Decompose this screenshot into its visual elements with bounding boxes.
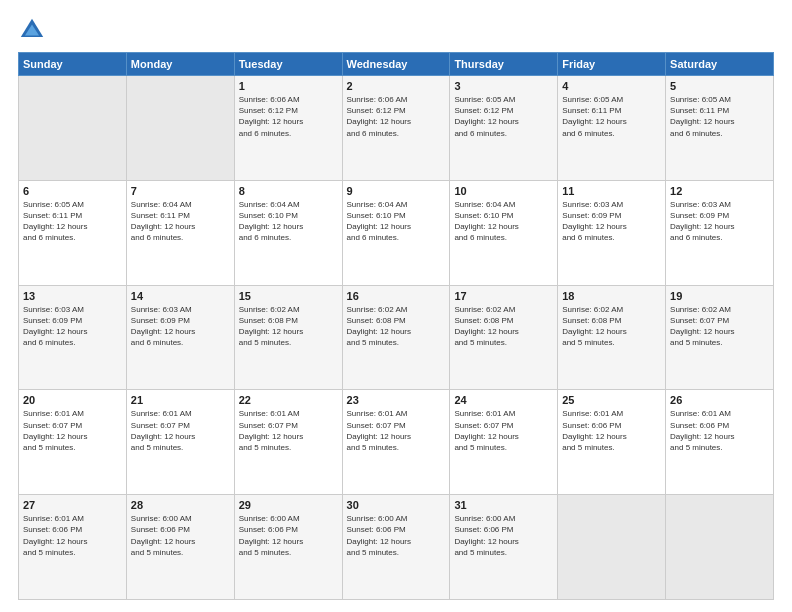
week-row-2: 6Sunrise: 6:05 AM Sunset: 6:11 PM Daylig… — [19, 180, 774, 285]
day-cell: 5Sunrise: 6:05 AM Sunset: 6:11 PM Daylig… — [666, 76, 774, 181]
day-cell: 12Sunrise: 6:03 AM Sunset: 6:09 PM Dayli… — [666, 180, 774, 285]
header — [18, 16, 774, 44]
day-info: Sunrise: 6:01 AM Sunset: 6:07 PM Dayligh… — [23, 408, 122, 453]
day-cell: 8Sunrise: 6:04 AM Sunset: 6:10 PM Daylig… — [234, 180, 342, 285]
day-number: 21 — [131, 394, 230, 406]
week-row-5: 27Sunrise: 6:01 AM Sunset: 6:06 PM Dayli… — [19, 495, 774, 600]
day-number: 9 — [347, 185, 446, 197]
day-info: Sunrise: 6:05 AM Sunset: 6:11 PM Dayligh… — [670, 94, 769, 139]
day-info: Sunrise: 6:00 AM Sunset: 6:06 PM Dayligh… — [131, 513, 230, 558]
day-cell: 18Sunrise: 6:02 AM Sunset: 6:08 PM Dayli… — [558, 285, 666, 390]
day-info: Sunrise: 6:01 AM Sunset: 6:07 PM Dayligh… — [131, 408, 230, 453]
day-number: 6 — [23, 185, 122, 197]
day-cell: 7Sunrise: 6:04 AM Sunset: 6:11 PM Daylig… — [126, 180, 234, 285]
calendar-body: 1Sunrise: 6:06 AM Sunset: 6:12 PM Daylig… — [19, 76, 774, 600]
day-info: Sunrise: 6:00 AM Sunset: 6:06 PM Dayligh… — [347, 513, 446, 558]
day-info: Sunrise: 6:01 AM Sunset: 6:06 PM Dayligh… — [562, 408, 661, 453]
day-info: Sunrise: 6:01 AM Sunset: 6:07 PM Dayligh… — [347, 408, 446, 453]
header-day-tuesday: Tuesday — [234, 53, 342, 76]
day-info: Sunrise: 6:02 AM Sunset: 6:08 PM Dayligh… — [239, 304, 338, 349]
day-info: Sunrise: 6:04 AM Sunset: 6:10 PM Dayligh… — [239, 199, 338, 244]
day-cell: 1Sunrise: 6:06 AM Sunset: 6:12 PM Daylig… — [234, 76, 342, 181]
day-number: 27 — [23, 499, 122, 511]
day-cell: 27Sunrise: 6:01 AM Sunset: 6:06 PM Dayli… — [19, 495, 127, 600]
day-info: Sunrise: 6:06 AM Sunset: 6:12 PM Dayligh… — [239, 94, 338, 139]
day-number: 3 — [454, 80, 553, 92]
header-day-thursday: Thursday — [450, 53, 558, 76]
day-cell: 2Sunrise: 6:06 AM Sunset: 6:12 PM Daylig… — [342, 76, 450, 181]
day-info: Sunrise: 6:03 AM Sunset: 6:09 PM Dayligh… — [23, 304, 122, 349]
day-cell: 19Sunrise: 6:02 AM Sunset: 6:07 PM Dayli… — [666, 285, 774, 390]
day-info: Sunrise: 6:03 AM Sunset: 6:09 PM Dayligh… — [131, 304, 230, 349]
day-number: 12 — [670, 185, 769, 197]
day-cell: 3Sunrise: 6:05 AM Sunset: 6:12 PM Daylig… — [450, 76, 558, 181]
day-number: 8 — [239, 185, 338, 197]
day-number: 19 — [670, 290, 769, 302]
day-cell: 20Sunrise: 6:01 AM Sunset: 6:07 PM Dayli… — [19, 390, 127, 495]
day-number: 5 — [670, 80, 769, 92]
day-number: 1 — [239, 80, 338, 92]
day-cell: 22Sunrise: 6:01 AM Sunset: 6:07 PM Dayli… — [234, 390, 342, 495]
day-info: Sunrise: 6:02 AM Sunset: 6:08 PM Dayligh… — [454, 304, 553, 349]
day-cell: 23Sunrise: 6:01 AM Sunset: 6:07 PM Dayli… — [342, 390, 450, 495]
day-number: 28 — [131, 499, 230, 511]
day-info: Sunrise: 6:02 AM Sunset: 6:07 PM Dayligh… — [670, 304, 769, 349]
day-number: 2 — [347, 80, 446, 92]
day-info: Sunrise: 6:03 AM Sunset: 6:09 PM Dayligh… — [562, 199, 661, 244]
day-info: Sunrise: 6:00 AM Sunset: 6:06 PM Dayligh… — [239, 513, 338, 558]
week-row-3: 13Sunrise: 6:03 AM Sunset: 6:09 PM Dayli… — [19, 285, 774, 390]
day-number: 16 — [347, 290, 446, 302]
day-number: 4 — [562, 80, 661, 92]
day-cell: 21Sunrise: 6:01 AM Sunset: 6:07 PM Dayli… — [126, 390, 234, 495]
day-number: 7 — [131, 185, 230, 197]
day-info: Sunrise: 6:02 AM Sunset: 6:08 PM Dayligh… — [562, 304, 661, 349]
day-cell: 4Sunrise: 6:05 AM Sunset: 6:11 PM Daylig… — [558, 76, 666, 181]
day-number: 11 — [562, 185, 661, 197]
day-info: Sunrise: 6:04 AM Sunset: 6:10 PM Dayligh… — [347, 199, 446, 244]
calendar-header: SundayMondayTuesdayWednesdayThursdayFrid… — [19, 53, 774, 76]
day-cell — [126, 76, 234, 181]
day-cell: 13Sunrise: 6:03 AM Sunset: 6:09 PM Dayli… — [19, 285, 127, 390]
day-info: Sunrise: 6:01 AM Sunset: 6:07 PM Dayligh… — [454, 408, 553, 453]
day-info: Sunrise: 6:05 AM Sunset: 6:12 PM Dayligh… — [454, 94, 553, 139]
day-cell: 30Sunrise: 6:00 AM Sunset: 6:06 PM Dayli… — [342, 495, 450, 600]
day-number: 29 — [239, 499, 338, 511]
day-info: Sunrise: 6:04 AM Sunset: 6:11 PM Dayligh… — [131, 199, 230, 244]
day-info: Sunrise: 6:03 AM Sunset: 6:09 PM Dayligh… — [670, 199, 769, 244]
calendar-table: SundayMondayTuesdayWednesdayThursdayFrid… — [18, 52, 774, 600]
header-row: SundayMondayTuesdayWednesdayThursdayFrid… — [19, 53, 774, 76]
day-cell — [19, 76, 127, 181]
day-cell: 11Sunrise: 6:03 AM Sunset: 6:09 PM Dayli… — [558, 180, 666, 285]
day-info: Sunrise: 6:02 AM Sunset: 6:08 PM Dayligh… — [347, 304, 446, 349]
day-cell: 24Sunrise: 6:01 AM Sunset: 6:07 PM Dayli… — [450, 390, 558, 495]
header-day-sunday: Sunday — [19, 53, 127, 76]
logo-icon — [18, 16, 46, 44]
day-number: 15 — [239, 290, 338, 302]
day-cell: 31Sunrise: 6:00 AM Sunset: 6:06 PM Dayli… — [450, 495, 558, 600]
day-number: 25 — [562, 394, 661, 406]
day-number: 13 — [23, 290, 122, 302]
day-cell: 14Sunrise: 6:03 AM Sunset: 6:09 PM Dayli… — [126, 285, 234, 390]
day-cell: 10Sunrise: 6:04 AM Sunset: 6:10 PM Dayli… — [450, 180, 558, 285]
header-day-saturday: Saturday — [666, 53, 774, 76]
day-number: 30 — [347, 499, 446, 511]
day-info: Sunrise: 6:06 AM Sunset: 6:12 PM Dayligh… — [347, 94, 446, 139]
day-number: 17 — [454, 290, 553, 302]
day-cell: 6Sunrise: 6:05 AM Sunset: 6:11 PM Daylig… — [19, 180, 127, 285]
day-info: Sunrise: 6:04 AM Sunset: 6:10 PM Dayligh… — [454, 199, 553, 244]
day-number: 22 — [239, 394, 338, 406]
day-info: Sunrise: 6:01 AM Sunset: 6:06 PM Dayligh… — [23, 513, 122, 558]
day-cell: 28Sunrise: 6:00 AM Sunset: 6:06 PM Dayli… — [126, 495, 234, 600]
week-row-1: 1Sunrise: 6:06 AM Sunset: 6:12 PM Daylig… — [19, 76, 774, 181]
day-cell: 26Sunrise: 6:01 AM Sunset: 6:06 PM Dayli… — [666, 390, 774, 495]
header-day-wednesday: Wednesday — [342, 53, 450, 76]
header-day-friday: Friday — [558, 53, 666, 76]
day-info: Sunrise: 6:00 AM Sunset: 6:06 PM Dayligh… — [454, 513, 553, 558]
day-info: Sunrise: 6:05 AM Sunset: 6:11 PM Dayligh… — [562, 94, 661, 139]
day-cell: 9Sunrise: 6:04 AM Sunset: 6:10 PM Daylig… — [342, 180, 450, 285]
day-cell: 15Sunrise: 6:02 AM Sunset: 6:08 PM Dayli… — [234, 285, 342, 390]
day-number: 24 — [454, 394, 553, 406]
day-number: 31 — [454, 499, 553, 511]
week-row-4: 20Sunrise: 6:01 AM Sunset: 6:07 PM Dayli… — [19, 390, 774, 495]
day-number: 18 — [562, 290, 661, 302]
